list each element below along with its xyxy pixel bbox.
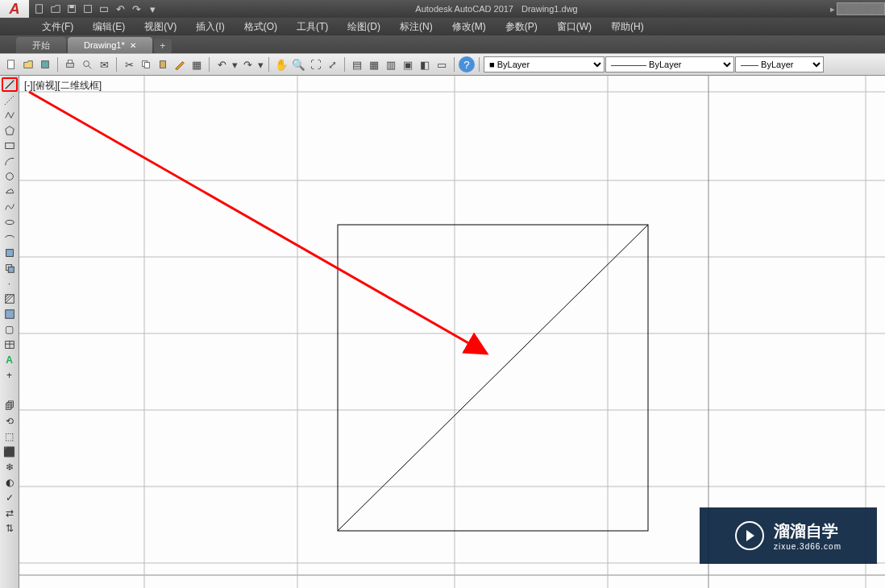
- save-icon[interactable]: [64, 2, 79, 16]
- gradient-icon[interactable]: [2, 307, 18, 321]
- open-file-icon[interactable]: [48, 2, 63, 16]
- tab-close-icon[interactable]: ✕: [130, 41, 136, 50]
- saveas-icon[interactable]: [81, 2, 95, 16]
- menu-dimension[interactable]: 标注(N): [390, 19, 442, 35]
- design-center-icon[interactable]: ▦: [366, 56, 382, 72]
- quick-access-toolbar: ↶ ↷ ▾: [29, 2, 163, 16]
- sheetset-icon[interactable]: ▣: [400, 56, 416, 72]
- preview-icon[interactable]: [79, 56, 95, 72]
- tab-start[interactable]: 开始: [16, 37, 66, 53]
- redo-dropdown-icon[interactable]: ▾: [256, 56, 264, 72]
- copy-icon[interactable]: [138, 56, 154, 72]
- menu-file[interactable]: 文件(F): [32, 19, 83, 35]
- publish-icon[interactable]: ✉: [96, 56, 112, 72]
- menu-tools[interactable]: 工具(T): [287, 19, 338, 35]
- rectangle-icon[interactable]: [2, 139, 18, 153]
- menu-window[interactable]: 窗口(W): [547, 19, 601, 35]
- zoom-extents-icon[interactable]: ⤢: [324, 56, 340, 72]
- open-icon[interactable]: [20, 56, 36, 72]
- svg-rect-4: [101, 7, 108, 11]
- region-icon[interactable]: ▢: [2, 322, 18, 337]
- redo-icon[interactable]: ↷: [129, 2, 143, 16]
- tool-palettes-icon[interactable]: ▥: [383, 56, 399, 72]
- layer-iso-icon[interactable]: ⬚: [2, 429, 18, 444]
- arc-icon[interactable]: [2, 154, 18, 168]
- match-prop-icon[interactable]: [172, 56, 188, 72]
- app-logo[interactable]: A: [0, 0, 29, 18]
- lineweight-select[interactable]: —— ByLayer: [735, 56, 824, 72]
- menu-draw[interactable]: 绘图(D): [338, 19, 390, 35]
- insert-block-icon[interactable]: [2, 246, 18, 260]
- layer-properties-icon[interactable]: 🗐: [2, 399, 18, 413]
- svg-rect-27: [5, 310, 14, 319]
- svg-rect-20: [6, 250, 13, 257]
- polygon-icon[interactable]: [2, 123, 18, 138]
- help-icon[interactable]: ?: [459, 56, 475, 72]
- new-icon[interactable]: [3, 56, 19, 72]
- layer-prev-icon[interactable]: ⟲: [2, 414, 18, 429]
- svg-line-10: [89, 66, 92, 69]
- layer-make-current-icon[interactable]: ✓: [2, 491, 18, 505]
- layer-change-icon[interactable]: ⇅: [2, 521, 18, 536]
- paste-icon[interactable]: [155, 56, 171, 72]
- addselected-icon[interactable]: +: [2, 368, 18, 383]
- polyline-icon[interactable]: [2, 108, 18, 122]
- layer-color-select[interactable]: ■ ByLayer: [484, 56, 605, 72]
- table-icon[interactable]: [2, 337, 18, 352]
- new-file-icon[interactable]: [32, 2, 47, 16]
- layer-uniso-icon[interactable]: ⬛: [2, 445, 18, 459]
- zoom-icon[interactable]: 🔍: [290, 56, 306, 72]
- menu-modify[interactable]: 修改(M): [442, 19, 496, 35]
- watermark-name: 溜溜自学: [774, 520, 841, 542]
- menu-view[interactable]: 视图(V): [135, 19, 186, 35]
- svg-rect-6: [42, 61, 49, 68]
- point-icon[interactable]: ·: [2, 276, 18, 291]
- undo-icon[interactable]: ↶: [113, 2, 127, 16]
- properties-icon[interactable]: ▤: [349, 56, 365, 72]
- logo-letter: A: [10, 1, 20, 18]
- menu-edit[interactable]: 编辑(E): [83, 19, 135, 35]
- tab-drawing1-label: Drawing1*: [84, 40, 125, 50]
- menu-insert[interactable]: 插入(I): [186, 19, 234, 35]
- menu-parametric[interactable]: 参数(P): [496, 19, 547, 35]
- svg-rect-2: [69, 6, 73, 9]
- undo-icon[interactable]: ↶: [214, 56, 230, 72]
- line-tool-icon[interactable]: [2, 77, 18, 92]
- ellipse-arc-icon[interactable]: [2, 230, 18, 245]
- menu-help[interactable]: 帮助(H): [601, 19, 654, 35]
- save-icon[interactable]: [37, 56, 53, 72]
- print-icon[interactable]: [62, 56, 78, 72]
- tab-drawing1[interactable]: Drawing1* ✕: [68, 37, 152, 53]
- svg-rect-7: [67, 63, 74, 67]
- svg-rect-12: [144, 62, 149, 68]
- pan-icon[interactable]: ✋: [273, 56, 289, 72]
- qat-more-icon[interactable]: ▾: [145, 2, 160, 16]
- redo-icon[interactable]: ↷: [239, 56, 256, 72]
- construction-line-icon[interactable]: [2, 93, 18, 107]
- svg-line-24: [5, 295, 8, 298]
- plot-icon[interactable]: [97, 2, 111, 16]
- layer-match-icon[interactable]: ⇄: [2, 506, 18, 520]
- annotation-arrow: [29, 92, 487, 354]
- quickcalc-icon[interactable]: ▭: [434, 56, 450, 72]
- mtext-icon[interactable]: A: [2, 353, 18, 367]
- search-input[interactable]: [837, 2, 885, 15]
- layer-freeze-icon[interactable]: ❄: [2, 460, 18, 474]
- markup-icon[interactable]: ◧: [417, 56, 433, 72]
- make-block-icon[interactable]: [2, 261, 18, 275]
- circle-icon[interactable]: [2, 169, 18, 184]
- app-title: Autodesk AutoCAD 2017 Drawing1.dwg: [415, 4, 577, 14]
- menu-format[interactable]: 格式(O): [235, 19, 287, 35]
- cut-icon[interactable]: ✂: [121, 56, 137, 72]
- zoom-window-icon[interactable]: ⛶: [307, 56, 323, 72]
- ellipse-icon[interactable]: [2, 215, 18, 230]
- spline-icon[interactable]: [2, 200, 18, 214]
- new-tab-button[interactable]: +: [154, 39, 172, 53]
- drawing-canvas[interactable]: [-][俯视][二维线框]: [19, 76, 885, 588]
- linetype-select[interactable]: ———— ByLayer: [605, 56, 734, 72]
- revcloud-icon[interactable]: [2, 184, 18, 199]
- layer-off-icon[interactable]: ◐: [2, 475, 18, 490]
- undo-dropdown-icon[interactable]: ▾: [231, 56, 239, 72]
- hatch-icon[interactable]: [2, 292, 18, 306]
- block-editor-icon[interactable]: ▦: [189, 56, 205, 72]
